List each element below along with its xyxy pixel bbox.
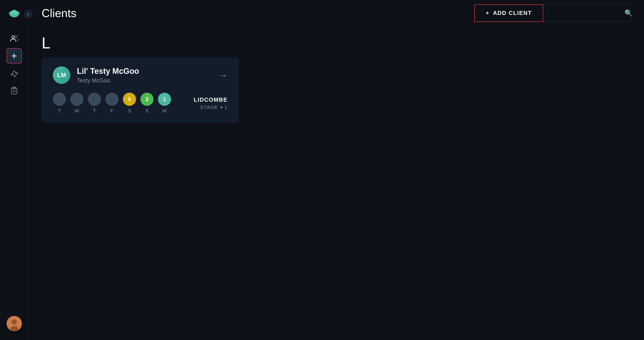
- sidebar-item-add[interactable]: +: [6, 48, 22, 64]
- days-row: T W T F: [53, 93, 171, 114]
- sidebar-item-team[interactable]: [6, 83, 22, 98]
- search-input[interactable]: [550, 10, 621, 16]
- stage-dot-icon: [220, 106, 222, 108]
- search-box: 🔍: [543, 4, 631, 22]
- svg-point-5: [15, 36, 17, 38]
- day-circle-monday: 1: [158, 93, 171, 106]
- client-card-bottom: T W T F: [53, 93, 228, 114]
- day-saturday: 5 S: [123, 93, 136, 114]
- svg-point-4: [12, 36, 14, 38]
- day-label-wednesday: W: [75, 108, 79, 114]
- day-tuesday: T: [53, 93, 66, 114]
- stage-label: STAGE: [200, 104, 218, 110]
- day-monday: 1 M: [158, 93, 171, 114]
- content-area: L LM Lil' Testy McGoo Testy McGoo →: [28, 26, 644, 340]
- svg-point-11: [12, 320, 17, 325]
- svg-point-3: [11, 10, 17, 15]
- location-info: LIDCOMBE STAGE 1: [194, 96, 228, 110]
- day-label-tuesday: T: [58, 108, 61, 114]
- day-label-monday: M: [162, 108, 166, 114]
- day-circle-saturday: 5: [123, 93, 136, 106]
- day-friday: F: [105, 93, 118, 114]
- day-thursday: T: [88, 93, 101, 114]
- sidebar-item-activity[interactable]: [6, 66, 22, 81]
- client-avatar: LM: [53, 66, 70, 84]
- add-client-button[interactable]: + ADD CLIENT: [474, 4, 543, 22]
- plus-icon: +: [12, 51, 17, 61]
- page-title: Clients: [42, 6, 76, 20]
- section-letter: L: [42, 35, 631, 51]
- day-label-saturday: S: [128, 108, 131, 114]
- client-card[interactable]: LM Lil' Testy McGoo Testy McGoo → T: [42, 58, 239, 123]
- main-content: Clients + ADD CLIENT 🔍 L LM: [28, 0, 644, 340]
- location-name: LIDCOMBE: [194, 96, 228, 103]
- client-info: LM Lil' Testy McGoo Testy McGoo: [53, 66, 139, 84]
- client-name: Lil' Testy McGoo: [77, 66, 139, 76]
- day-label-friday: F: [110, 108, 113, 114]
- client-card-top: LM Lil' Testy McGoo Testy McGoo →: [53, 66, 228, 84]
- sidebar-collapse-button[interactable]: ›: [24, 9, 33, 19]
- day-circle-sunday: 3: [140, 93, 154, 106]
- add-client-label: ADD CLIENT: [493, 10, 532, 16]
- day-circle-friday: [105, 93, 118, 106]
- sidebar: › +: [0, 0, 28, 340]
- day-sunday: 3 S: [140, 93, 154, 114]
- client-sub-name: Testy McGoo: [77, 77, 139, 84]
- sidebar-item-clients[interactable]: [6, 31, 22, 46]
- location-stage: STAGE 1: [194, 104, 228, 110]
- day-circle-wednesday: [70, 93, 84, 106]
- search-icon[interactable]: 🔍: [624, 9, 632, 17]
- day-circle-tuesday: [53, 93, 66, 106]
- header-actions: + ADD CLIENT 🔍: [474, 4, 631, 22]
- navigate-arrow-icon[interactable]: →: [219, 70, 228, 80]
- client-details: Lil' Testy McGoo Testy McGoo: [77, 66, 139, 84]
- day-circle-thursday: [88, 93, 101, 106]
- stage-value: 1: [224, 104, 228, 110]
- day-label-thursday: T: [93, 108, 96, 114]
- user-avatar[interactable]: [6, 316, 22, 331]
- day-wednesday: W: [70, 93, 84, 114]
- sidebar-nav: +: [0, 26, 28, 98]
- header: Clients + ADD CLIENT 🔍: [28, 0, 644, 26]
- add-client-plus-icon: +: [486, 10, 489, 16]
- day-label-sunday: S: [146, 108, 149, 114]
